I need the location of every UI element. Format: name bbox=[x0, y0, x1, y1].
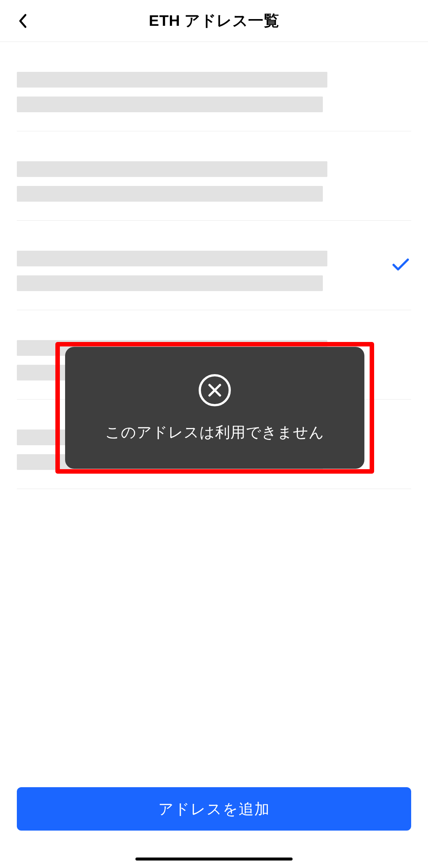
check-icon bbox=[392, 257, 409, 273]
toast-message: このアドレスは利用できません bbox=[105, 422, 324, 443]
bottom-area: アドレスを追加 bbox=[0, 787, 428, 868]
home-indicator bbox=[135, 858, 293, 861]
error-toast: このアドレスは利用できません bbox=[65, 347, 364, 469]
address-list-item[interactable] bbox=[17, 131, 411, 221]
skeleton-line bbox=[17, 186, 323, 202]
error-icon bbox=[198, 373, 232, 409]
toast-highlight: このアドレスは利用できません bbox=[55, 342, 374, 474]
skeleton-placeholder bbox=[17, 161, 327, 202]
skeleton-line bbox=[17, 251, 327, 266]
skeleton-line bbox=[17, 72, 327, 88]
chevron-left-icon bbox=[18, 13, 27, 28]
add-address-button[interactable]: アドレスを追加 bbox=[17, 787, 411, 831]
page-title: ETH アドレス一覧 bbox=[0, 10, 428, 31]
skeleton-line bbox=[17, 97, 323, 112]
skeleton-placeholder bbox=[17, 72, 327, 112]
skeleton-line bbox=[17, 275, 323, 291]
skeleton-line bbox=[17, 161, 327, 177]
header: ETH アドレス一覧 bbox=[0, 0, 428, 42]
skeleton-placeholder bbox=[17, 251, 327, 291]
back-button[interactable] bbox=[15, 13, 30, 28]
address-list-item[interactable] bbox=[17, 42, 411, 131]
address-list-item[interactable] bbox=[17, 221, 411, 310]
